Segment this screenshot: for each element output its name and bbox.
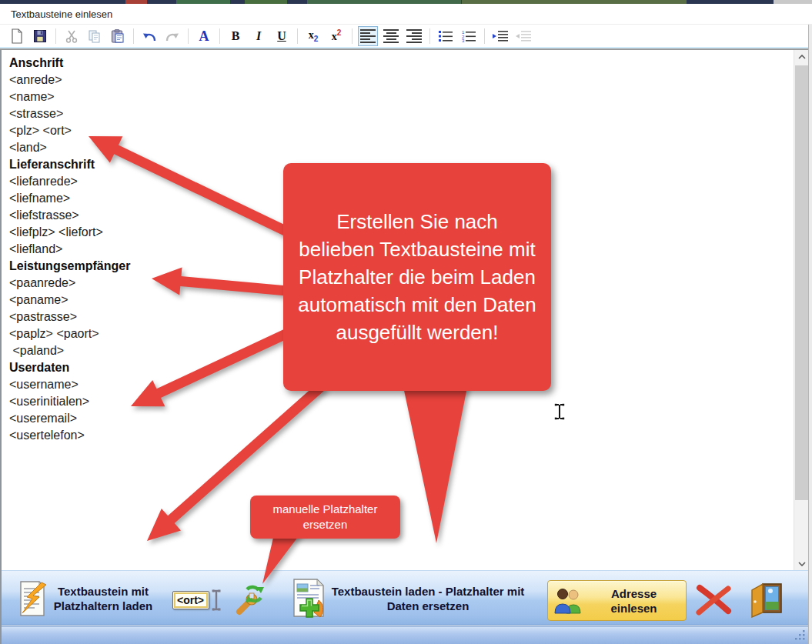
cancel-x-icon	[693, 583, 734, 617]
paste-icon	[110, 28, 125, 44]
editor-line: <userinitialen>	[9, 393, 794, 410]
redo-icon	[165, 29, 180, 43]
window-titlebar: Textbausteine einlesen	[0, 4, 812, 25]
scroll-up-button[interactable]	[794, 50, 809, 63]
align-left-button[interactable]	[358, 26, 378, 46]
editor-line: <strasse>	[9, 105, 794, 122]
address-people-icon	[554, 587, 586, 615]
toolbar-separator	[219, 28, 220, 44]
undo-icon	[142, 29, 157, 43]
numbered-list-icon: 1 2 3	[461, 30, 476, 42]
toolbar-separator	[297, 28, 298, 44]
document-lightning-icon	[15, 579, 49, 618]
increase-indent-icon	[492, 30, 509, 42]
chevron-down-icon	[798, 562, 806, 566]
toolbar-separator	[484, 28, 485, 44]
toolbar-separator	[133, 28, 134, 44]
numbered-list-button[interactable]: 1 2 3	[459, 26, 479, 46]
ort-placeholder-tag: <ort>	[172, 591, 209, 609]
editor-line: <usertelefon>	[9, 427, 794, 444]
toolbar-separator	[188, 28, 189, 44]
exit-button[interactable]	[749, 581, 786, 618]
copy-button[interactable]	[85, 26, 105, 46]
subscript-icon: x2	[309, 28, 319, 43]
toolbar-divider	[0, 48, 812, 50]
exit-door-icon	[749, 581, 786, 618]
redo-button[interactable]	[162, 26, 182, 46]
superscript-button[interactable]: x2	[326, 26, 346, 46]
cut-icon	[65, 29, 79, 43]
load-placeholders-label[interactable]: Textbaustein mit Platzhaltern laden	[48, 584, 159, 613]
load-replace-label[interactable]: Textbaustein laden - Platzhalter mit Dat…	[331, 584, 525, 613]
cut-button[interactable]	[62, 26, 82, 46]
window-right-edge	[808, 25, 812, 644]
window-left-edge	[0, 50, 2, 644]
align-left-icon	[360, 29, 376, 43]
toolbar-separator	[55, 28, 56, 44]
resize-grip[interactable]	[794, 629, 806, 641]
font-color-icon: A	[199, 29, 209, 43]
align-center-button[interactable]	[381, 26, 401, 46]
ort-placeholder-button[interactable]: <ort>	[172, 589, 222, 612]
subscript-button[interactable]: x2	[303, 26, 323, 46]
load-placeholders-button[interactable]	[15, 579, 49, 618]
scroll-down-button[interactable]	[794, 557, 809, 570]
document-add-icon	[289, 577, 328, 620]
paste-button[interactable]	[108, 26, 128, 46]
editor-line: <useremail>	[9, 410, 794, 427]
replace-placeholders-button[interactable]	[233, 582, 266, 616]
editor-line: <land>	[9, 139, 794, 156]
underline-button[interactable]: U	[272, 26, 292, 46]
align-right-icon	[406, 29, 422, 43]
bold-icon: B	[232, 30, 240, 42]
toolbar-separator	[352, 28, 353, 44]
editor-line: <name>	[9, 88, 794, 105]
save-button[interactable]	[30, 26, 50, 46]
superscript-icon: x2	[332, 28, 342, 43]
decrease-indent-icon	[515, 30, 532, 42]
main-callout: Erstellen Sie nach belieben Textbaustein…	[283, 163, 551, 391]
copy-icon	[88, 29, 102, 43]
new-document-icon	[10, 28, 24, 44]
status-band	[0, 626, 812, 644]
textbausteine-window: Textbausteine einlesen	[0, 0, 812, 644]
save-icon	[33, 29, 47, 43]
editor-line: <plz> <ort>	[9, 122, 794, 139]
bold-button[interactable]: B	[226, 26, 246, 46]
align-center-icon	[383, 29, 399, 43]
toolbar-separator	[429, 28, 430, 44]
align-right-button[interactable]	[404, 26, 424, 46]
scrollbar-thumb[interactable]	[795, 65, 808, 500]
text-cursor-icon	[211, 589, 222, 612]
editor-toolbar: A B I U x2 x2	[0, 25, 812, 48]
window-title: Textbausteine einlesen	[11, 8, 112, 20]
new-document-button[interactable]	[7, 26, 27, 46]
bullet-list-button[interactable]	[436, 26, 456, 46]
underline-icon: U	[277, 30, 286, 42]
increase-indent-button[interactable]	[490, 26, 510, 46]
decrease-indent-button[interactable]	[513, 26, 533, 46]
main-callout-text: Erstellen Sie nach belieben Textbaustein…	[297, 208, 537, 346]
italic-button[interactable]: I	[249, 26, 269, 46]
address-read-button[interactable]: Adresse einlesen	[547, 580, 687, 621]
editor-line: <anrede>	[9, 72, 794, 88]
address-read-label: Adresse einlesen	[586, 586, 686, 616]
small-callout: manuelle Platzhalter ersetzen	[250, 496, 400, 539]
vertical-scrollbar[interactable]	[794, 50, 808, 570]
svg-text:3: 3	[462, 38, 465, 42]
load-replace-button[interactable]	[289, 577, 328, 620]
chevron-up-icon	[798, 55, 806, 59]
small-callout-text: manuelle Platzhalter ersetzen	[258, 502, 393, 532]
editor-heading: Anschrift	[9, 55, 794, 72]
undo-button[interactable]	[139, 26, 159, 46]
font-color-button[interactable]: A	[194, 26, 214, 46]
italic-icon: I	[256, 30, 261, 42]
wrench-recycle-icon	[233, 582, 266, 616]
bullet-list-icon	[438, 30, 453, 42]
cancel-button[interactable]	[693, 583, 734, 617]
bottom-toolbar: Textbaustein mit Platzhaltern laden <ort…	[0, 570, 812, 626]
